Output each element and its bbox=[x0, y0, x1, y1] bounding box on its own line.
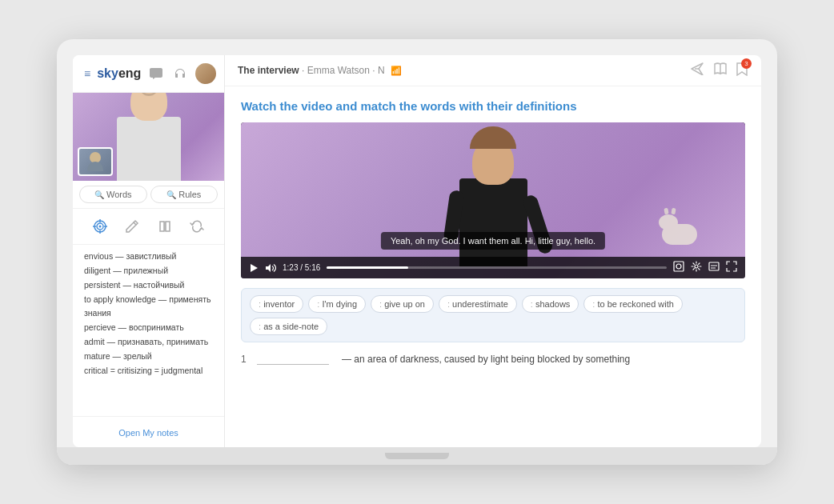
svg-point-2 bbox=[99, 226, 102, 228]
def-text-1: — an area of darkness, caused by light b… bbox=[342, 354, 630, 365]
chip-dying[interactable]: I'm dying bbox=[308, 295, 366, 313]
svg-point-13 bbox=[695, 265, 698, 268]
subtitles-icon[interactable] bbox=[708, 262, 720, 274]
lesson-title: The interview bbox=[238, 65, 299, 76]
word-item-8: critical = critisizing = judgmental bbox=[84, 364, 213, 378]
lesson-separator: · bbox=[302, 65, 307, 76]
search-words-tab[interactable]: 🔍 Words bbox=[79, 186, 147, 203]
tool-pencil-icon[interactable] bbox=[121, 215, 143, 238]
fullscreen-icon[interactable] bbox=[673, 261, 684, 274]
settings-icon[interactable] bbox=[691, 261, 702, 274]
topbar-icons: 3 bbox=[691, 62, 748, 79]
word-item-6: admit — признавать, принимать bbox=[84, 335, 213, 350]
self-video-body bbox=[87, 162, 103, 171]
open-notes: Open My notes bbox=[73, 416, 224, 447]
video-controls: 1:23 / 5:16 bbox=[241, 257, 745, 278]
tool-book-icon[interactable] bbox=[154, 215, 176, 238]
notification-badge: 3 bbox=[741, 58, 752, 69]
user-avatar[interactable] bbox=[195, 63, 216, 84]
laptop-screen: ≡ skyeng bbox=[73, 55, 761, 447]
brand-logo: skyeng bbox=[97, 66, 141, 81]
hamburger-icon[interactable]: ≡ bbox=[84, 67, 90, 80]
open-notes-link[interactable]: Open My notes bbox=[118, 428, 178, 438]
search-rules-icon: 🔍 bbox=[166, 190, 176, 199]
send-icon[interactable] bbox=[691, 62, 705, 78]
svg-point-12 bbox=[676, 264, 681, 269]
chip-reckoned-with[interactable]: to be reckoned with bbox=[583, 295, 683, 313]
tool-target-icon[interactable] bbox=[89, 215, 111, 238]
video-presenter bbox=[117, 93, 181, 181]
lesson-level: N bbox=[378, 65, 385, 76]
video-bg: Yeah, oh my God. I want them all. Hi, li… bbox=[241, 122, 745, 278]
main-scroll[interactable]: Watch the video and match the words with… bbox=[225, 86, 761, 447]
main-content: The interview · Emma Watson · N 📶 bbox=[225, 55, 761, 447]
lesson-teacher: Emma Watson bbox=[307, 65, 370, 76]
lesson-dot: · bbox=[372, 65, 378, 76]
tool-refresh-icon[interactable] bbox=[186, 215, 208, 238]
search-words-icon: 🔍 bbox=[94, 190, 104, 199]
search-tabs: 🔍 Words 🔍 Rules bbox=[73, 181, 224, 209]
top-nav: ≡ skyeng bbox=[73, 55, 224, 93]
def-blank-1[interactable] bbox=[257, 354, 329, 365]
laptop-notch bbox=[385, 453, 449, 459]
volume-button[interactable] bbox=[265, 263, 276, 273]
word-item-1: envious — завистливый bbox=[84, 250, 213, 264]
lesson-signal: 📶 bbox=[391, 66, 402, 75]
svg-marker-10 bbox=[266, 264, 271, 272]
chip-shadows[interactable]: shadows bbox=[522, 295, 579, 313]
word-item-5: percieve — воспринимать bbox=[84, 321, 213, 335]
headset-icon[interactable] bbox=[171, 65, 189, 82]
word-item-3: persistent — настойчивый bbox=[84, 278, 213, 293]
word-list: envious — завистливый diligent — прилежн… bbox=[73, 245, 224, 416]
progress-fill bbox=[327, 266, 408, 269]
cat-figure bbox=[662, 224, 697, 245]
bookmark-icon[interactable]: 3 bbox=[736, 62, 748, 79]
app-container: ≡ skyeng bbox=[73, 55, 761, 447]
chip-underestimate[interactable]: underestimate bbox=[439, 295, 517, 313]
laptop-shell: ≡ skyeng bbox=[57, 39, 777, 465]
progress-bar[interactable] bbox=[327, 266, 667, 269]
brand-sky: sky bbox=[97, 66, 118, 80]
chip-give-up[interactable]: give up on bbox=[371, 295, 434, 313]
book-open-icon[interactable] bbox=[713, 62, 728, 78]
tool-icons bbox=[73, 209, 224, 245]
sidebar: ≡ skyeng bbox=[73, 55, 225, 447]
lesson-info: The interview · Emma Watson · N 📶 bbox=[238, 65, 684, 76]
rules-tab-label: Rules bbox=[178, 190, 201, 199]
definitions: 1 — an area of darkness, caused by light… bbox=[241, 354, 745, 365]
subtitle-bar: Yeah, oh my God. I want them all. Hi, li… bbox=[381, 232, 605, 250]
word-item-4: to apply knowledge — применять знания bbox=[84, 293, 213, 322]
play-button[interactable] bbox=[249, 263, 259, 273]
word-chips: inventor I'm dying give up on underestim… bbox=[241, 288, 745, 342]
def-number-1: 1 bbox=[241, 354, 251, 365]
video-call-area: Online bbox=[73, 93, 224, 181]
word-item-2: diligent — прилежный bbox=[84, 264, 213, 278]
svg-marker-9 bbox=[251, 264, 258, 272]
self-video bbox=[78, 147, 113, 176]
svg-rect-11 bbox=[674, 262, 684, 271]
main-topbar: The interview · Emma Watson · N 📶 bbox=[225, 55, 761, 86]
video-player[interactable]: Yeah, oh my God. I want them all. Hi, li… bbox=[241, 122, 745, 278]
search-rules-tab[interactable]: 🔍 Rules bbox=[150, 186, 219, 203]
laptop-base bbox=[57, 447, 777, 465]
nav-icons bbox=[147, 63, 216, 84]
svg-rect-14 bbox=[709, 262, 719, 270]
chat-icon[interactable] bbox=[147, 65, 165, 82]
video-time: 1:23 / 5:16 bbox=[283, 263, 320, 272]
words-tab-label: Words bbox=[106, 190, 132, 199]
brand-eng: eng bbox=[118, 66, 141, 80]
def-row-1: 1 — an area of darkness, caused by light… bbox=[241, 354, 745, 365]
chip-side-note[interactable]: as a side-note bbox=[250, 318, 327, 335]
expand-icon[interactable] bbox=[726, 261, 737, 274]
word-item-7: mature — зрелый bbox=[84, 350, 213, 364]
chip-inventor[interactable]: inventor bbox=[250, 295, 303, 313]
task-title: Watch the video and match the words with… bbox=[241, 99, 745, 113]
